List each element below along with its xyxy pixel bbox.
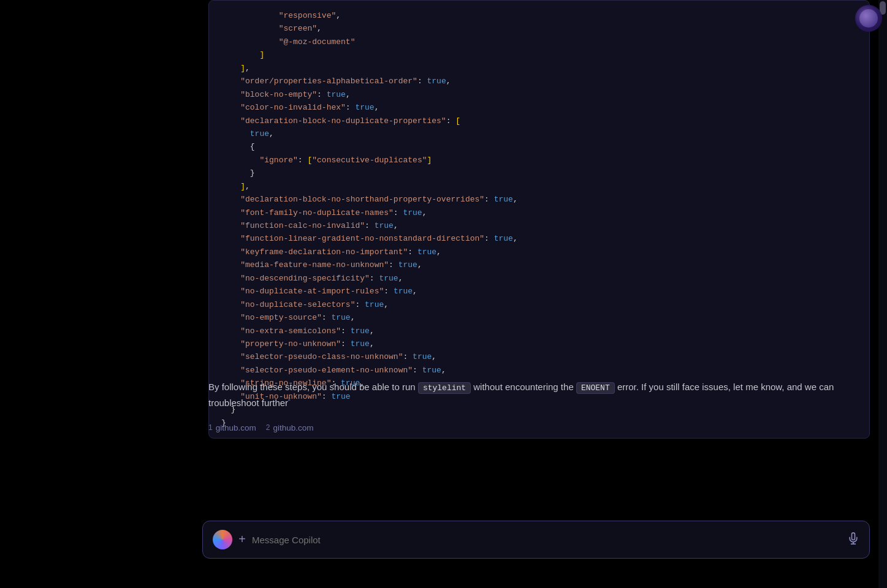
code-line: "function-calc-no-invalid": true, xyxy=(221,219,857,232)
inline-code-stylelint: stylelint xyxy=(418,382,471,394)
code-string: "@-moz-document" xyxy=(279,37,356,47)
code-string: "no-duplicate-selectors" xyxy=(240,300,355,309)
prose-text: By following these steps, you should be … xyxy=(208,380,870,410)
code-line: "selector-pseudo-element-no-unknown": tr… xyxy=(221,364,857,377)
code-line: "order/properties-alphabetical-order": t… xyxy=(221,75,857,88)
ref-1-num: 1 xyxy=(208,422,213,434)
code-line: "color-no-invalid-hex": true, xyxy=(221,101,857,114)
code-line: "responsive", xyxy=(221,9,857,22)
code-string: "keyframe-declaration-no-important" xyxy=(240,247,408,257)
code-line: ] xyxy=(221,48,857,61)
code-string: "selector-pseudo-element-no-unknown" xyxy=(240,366,413,375)
code-line: "property-no-unknown": true, xyxy=(221,337,857,350)
code-string: "media-feature-name-no-unknown" xyxy=(240,260,389,270)
code-string: "block-no-empty" xyxy=(240,90,317,99)
code-string: "no-descending-specificity" xyxy=(240,274,370,283)
code-string: "screen" xyxy=(279,24,317,33)
code-string: "property-no-unknown" xyxy=(240,339,341,349)
code-line: } xyxy=(221,167,857,179)
code-string: "function-calc-no-invalid" xyxy=(240,221,365,230)
code-line: "no-duplicate-selectors": true, xyxy=(221,298,857,311)
code-line: ], xyxy=(221,62,857,75)
code-line: "function-linear-gradient-no-nonstandard… xyxy=(221,232,857,245)
code-line: "font-family-no-duplicate-names": true, xyxy=(221,206,857,219)
code-line: "no-extra-semicolons": true, xyxy=(221,325,857,337)
code-string: "declaration-block-no-shorthand-property… xyxy=(240,195,484,204)
code-string: "order/properties-alphabetical-order" xyxy=(240,77,417,86)
message-bar: + xyxy=(202,521,870,559)
ref-2-domain: github.com xyxy=(273,421,313,435)
code-string: "no-duplicate-at-import-rules" xyxy=(240,287,384,296)
code-line: "@-moz-document" xyxy=(221,36,857,48)
page-layout: "responsive", "screen", "@-moz-document"… xyxy=(0,0,887,588)
code-string: "responsive" xyxy=(279,11,337,20)
plus-button[interactable]: + xyxy=(238,533,246,547)
copilot-icon xyxy=(213,530,232,549)
code-line: "no-descending-specificity": true, xyxy=(221,272,857,285)
code-string: "no-extra-semicolons" xyxy=(240,326,341,336)
reference-1[interactable]: 1 github.com xyxy=(208,421,256,435)
reference-2[interactable]: 2 github.com xyxy=(266,421,314,435)
code-string: "ignore" xyxy=(259,156,297,165)
prose-text-middle: without encountering the xyxy=(471,382,576,392)
code-line: { xyxy=(221,140,857,153)
code-string: "font-family-no-duplicate-names" xyxy=(240,208,394,217)
code-string: "selector-pseudo-class-no-unknown" xyxy=(240,352,403,361)
footnote: ² xyxy=(288,396,291,404)
inline-code-enoent: ENOENT xyxy=(576,382,615,394)
microphone-icon[interactable] xyxy=(847,532,859,548)
code-line: "ignore": ["consecutive-duplicates"] xyxy=(221,154,857,167)
code-block: "responsive", "screen", "@-moz-document"… xyxy=(208,0,870,439)
code-string: "no-empty-source" xyxy=(240,313,322,322)
references-row: 1 github.com 2 github.com xyxy=(208,421,870,435)
message-input[interactable] xyxy=(252,535,841,545)
ref-1-domain: github.com xyxy=(216,421,256,435)
code-line: "no-duplicate-at-import-rules": true, xyxy=(221,285,857,298)
code-line: ], xyxy=(221,180,857,193)
code-line: true, xyxy=(221,127,857,140)
ref-2-num: 2 xyxy=(266,422,270,434)
code-string: "function-linear-gradient-no-nonstandard… xyxy=(240,234,484,243)
code-string: "color-no-invalid-hex" xyxy=(240,103,346,112)
code-line: "media-feature-name-no-unknown": true, xyxy=(221,258,857,271)
code-line: "declaration-block-no-duplicate-properti… xyxy=(221,115,857,127)
code-line: "selector-pseudo-class-no-unknown": true… xyxy=(221,350,857,363)
code-line: "screen", xyxy=(221,22,857,35)
code-line: "no-empty-source": true, xyxy=(221,311,857,324)
prose-section: By following these steps, you should be … xyxy=(208,380,870,434)
code-string: "declaration-block-no-duplicate-properti… xyxy=(240,116,446,126)
code-line: "keyframe-declaration-no-important": tru… xyxy=(221,246,857,258)
scrollbar-track[interactable] xyxy=(878,0,887,588)
code-line: "declaration-block-no-shorthand-property… xyxy=(221,193,857,206)
code-line: "block-no-empty": true, xyxy=(221,88,857,101)
avatar[interactable] xyxy=(855,5,882,32)
prose-text-before: By following these steps, you should be … xyxy=(208,382,418,392)
